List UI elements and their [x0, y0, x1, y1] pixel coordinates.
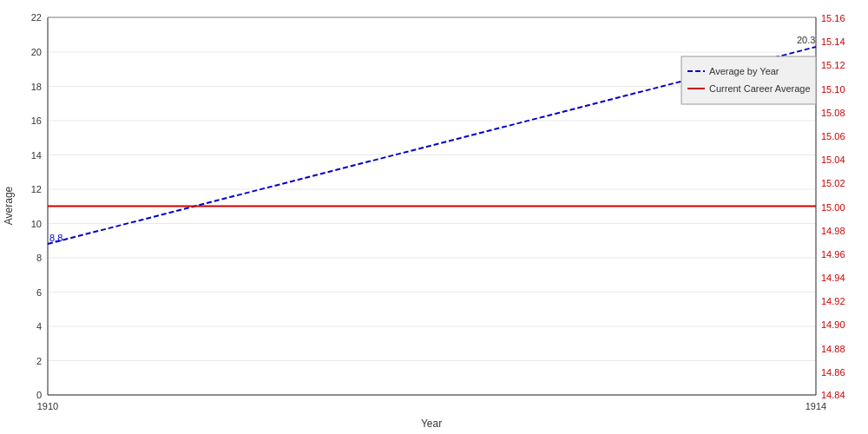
y-left-tick-10: 10: [31, 219, 42, 229]
y-right-tick-1486: 14.86: [821, 367, 845, 378]
y-right-tick-1512: 15.12: [821, 60, 845, 70]
legend-blue-label: Average by Year: [709, 66, 779, 76]
legend-box: [681, 56, 816, 104]
y-right-tick-1496: 14.96: [821, 249, 845, 260]
y-left-tick-12: 12: [31, 184, 42, 194]
x-axis-label: Year: [421, 418, 442, 430]
y-right-tick-1502: 15.02: [821, 178, 845, 188]
line-chart: 0 2 4 6 8 10 12 14 16 18 20 22 14.84 14.…: [0, 0, 868, 434]
chart-container: 0 2 4 6 8 10 12 14 16 18 20 22 14.84 14.…: [0, 0, 868, 434]
y-right-tick-1510: 15.10: [821, 84, 845, 95]
y-right-tick-1488: 14.88: [821, 344, 845, 354]
y-left-tick-18: 18: [31, 82, 42, 92]
x-tick-1910: 1910: [37, 401, 58, 411]
y-right-tick-1514: 15.14: [821, 36, 845, 47]
y-left-tick-0: 0: [36, 390, 42, 400]
x-tick-1914: 1914: [806, 401, 826, 411]
blue-line-start-label: 8.8: [49, 233, 62, 243]
y-axis-label: Average: [3, 186, 15, 225]
y-left-tick-14: 14: [31, 150, 42, 161]
y-right-tick-1516: 15.16: [821, 13, 845, 23]
y-right-tick-1506: 15.06: [821, 131, 845, 141]
y-left-tick-2: 2: [36, 356, 42, 366]
y-left-tick-20: 20: [31, 47, 42, 57]
y-left-tick-16: 16: [31, 115, 42, 126]
y-right-tick-1500: 15.00: [821, 202, 845, 213]
y-right-tick-1494: 14.94: [821, 273, 845, 283]
y-right-tick-1484: 14.84: [821, 390, 845, 400]
y-right-tick-1504: 15.04: [821, 155, 845, 165]
y-right-tick-1508: 15.08: [821, 108, 845, 118]
y-right-tick-1498: 14.98: [821, 226, 845, 236]
y-right-tick-1492: 14.92: [821, 296, 845, 306]
blue-line-end-label: 20.3: [797, 35, 815, 45]
y-left-tick-22: 22: [31, 12, 42, 23]
y-left-tick-4: 4: [36, 321, 42, 332]
y-right-tick-1490: 14.90: [821, 319, 845, 330]
y-left-tick-8: 8: [36, 253, 42, 263]
y-left-tick-6: 6: [36, 287, 42, 298]
legend-red-label: Current Career Average: [709, 83, 811, 94]
